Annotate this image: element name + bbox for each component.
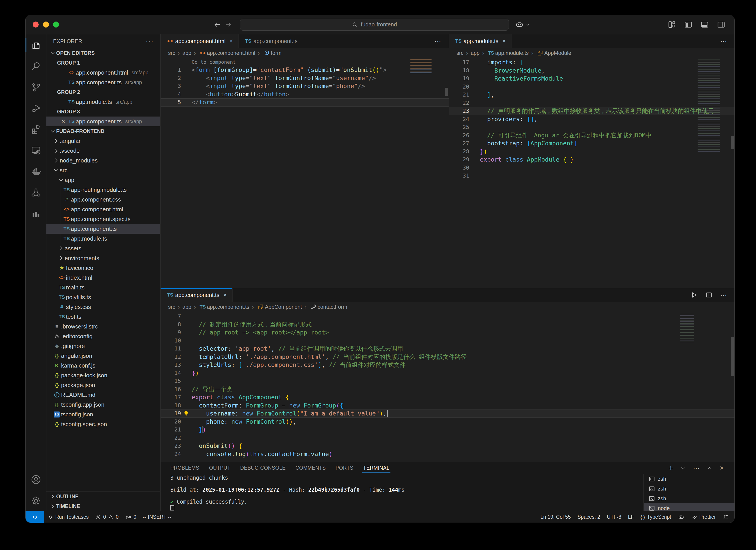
scrollbar[interactable] (445, 88, 448, 96)
activity-hub[interactable] (26, 182, 46, 203)
editor-more-actions[interactable]: ··· (720, 37, 727, 45)
breadcrumb-item-AppModule[interactable]: AppModule (536, 50, 571, 56)
outline-section[interactable]: OUTLINE (46, 492, 160, 501)
breadcrumb-item-app[interactable]: app (182, 304, 191, 310)
tree-item-karma.conf.js[interactable]: Kkarma.conf.js (46, 361, 160, 370)
panel-tab-output[interactable]: OUTPUT (204, 462, 235, 474)
terminal-session-zsh-1[interactable]: zsh (644, 484, 734, 494)
customize-layout-icon[interactable] (667, 20, 676, 29)
panel-tab-comments[interactable]: COMMENTS (290, 462, 331, 474)
tree-item-app[interactable]: app (46, 175, 160, 185)
codelens-link[interactable]: Go to component (161, 58, 449, 66)
close-tab-icon[interactable]: × (230, 38, 233, 45)
code-line-15[interactable]: 15 (161, 377, 734, 385)
tree-item-main.ts[interactable]: TSmain.ts (46, 282, 160, 292)
breadcrumb[interactable]: src›app›TSapp.module.ts›AppModule (449, 48, 734, 58)
code-line-11[interactable]: 11 selector: 'app-root', // 当前组件调用的时候你要以… (161, 345, 734, 353)
activity-settings[interactable] (26, 490, 46, 511)
terminal-session-zsh-0[interactable]: zsh (644, 474, 734, 484)
tree-item-README.md[interactable]: README.md (46, 390, 160, 400)
tree-item-app.component.spec.ts[interactable]: TSapp.component.spec.ts (46, 214, 160, 224)
code-line-3[interactable]: 3 <input type="text" formControlname="ph… (161, 82, 449, 90)
code-line-30[interactable]: 30 (449, 164, 734, 172)
eol-indicator[interactable]: LF (625, 511, 637, 523)
panel-tab-problems[interactable]: PROBLEMS (165, 462, 204, 474)
remote-indicator[interactable] (26, 511, 44, 523)
tree-item-app-routing.module.ts[interactable]: TSapp-routing.module.ts (46, 185, 160, 195)
activity-docker[interactable] (26, 161, 46, 182)
breadcrumb-item-src[interactable]: src (456, 50, 464, 56)
code-line-17[interactable]: 17 imports: [ (449, 58, 734, 67)
run-testcases-button[interactable]: Run Testcases (44, 511, 92, 523)
tree-item-node_modules[interactable]: node_modules (46, 156, 160, 165)
close-panel-icon[interactable]: × (720, 464, 724, 472)
split-editor-icon[interactable] (705, 291, 713, 299)
tree-item-package.json[interactable]: {}package.json (46, 380, 160, 390)
command-center-search[interactable]: fudao-frontend (240, 19, 509, 31)
sidebar-more-actions[interactable]: ··· (146, 38, 154, 45)
run-file-icon[interactable] (690, 291, 698, 299)
language-mode[interactable]: { } TypeScript (637, 511, 674, 523)
activity-search[interactable] (26, 56, 46, 77)
editor-more-actions[interactable]: ··· (720, 291, 727, 299)
activity-testing-chart[interactable] (26, 203, 46, 224)
copilot-menu[interactable] (515, 20, 530, 29)
notifications-bell[interactable] (719, 511, 734, 523)
code-line-28[interactable]: 28}) (449, 148, 734, 156)
tree-item-tsconfig.spec.json[interactable]: {}tsconfig.spec.json (46, 419, 160, 429)
activity-run-debug[interactable] (26, 98, 46, 119)
code-editor[interactable]: Go to component1<form [formGroup]="conta… (161, 58, 449, 288)
activity-accounts[interactable] (26, 469, 46, 490)
open-editor-item-app.component.html[interactable]: <>app.component.htmlsrc/app (46, 68, 160, 78)
code-line-31[interactable]: 31 (449, 172, 734, 180)
code-line-13[interactable]: 13 styleUrls: ['./app.component.css'], /… (161, 361, 734, 369)
breadcrumb-item-form[interactable]: form (263, 50, 282, 56)
breadcrumb-item-src[interactable]: src (168, 304, 175, 310)
panel-more-actions[interactable]: ··· (693, 464, 700, 472)
tab-app.component.html[interactable]: <>app.component.html× (161, 34, 239, 48)
code-line-23[interactable]: 23 // 声明服务的作用域，数组中接收服务类，表示该服务只能在当前模块的组件中… (449, 107, 734, 115)
close-icon[interactable]: × (59, 118, 67, 125)
code-line-22[interactable]: 22 (161, 434, 734, 442)
open-editor-item-app.component.ts[interactable]: TSapp.component.tssrc/app (46, 78, 160, 87)
breadcrumb-item-src[interactable]: src (168, 50, 175, 56)
code-line-24[interactable]: 24 providers: [], (449, 115, 734, 123)
code-line-1[interactable]: 1<form [formGroup]="contactForm" (submit… (161, 66, 449, 74)
minimize-window-button[interactable] (43, 22, 49, 28)
panel-tab-terminal[interactable]: TERMINAL (358, 462, 394, 474)
minimap[interactable] (680, 313, 695, 342)
code-line-26[interactable]: 26 // 可引导组件，Angular 会在引导过程中把它加载到DOM中 (449, 131, 734, 140)
terminal-profile-dropdown-icon[interactable] (680, 465, 686, 471)
code-line-20[interactable]: 20 (449, 83, 734, 91)
code-line-18[interactable]: 18 contactForm: FormGroup = new FormGrou… (161, 401, 734, 410)
tree-item-.angular[interactable]: .angular (46, 136, 160, 146)
tree-item-src[interactable]: src (46, 165, 160, 175)
formatter-status[interactable]: Prettier (688, 511, 719, 523)
panel-tab-debug-console[interactable]: DEBUG CONSOLE (235, 462, 291, 474)
tree-item-angular.json[interactable]: {}angular.json (46, 351, 160, 361)
code-line-10[interactable]: 10 (161, 337, 734, 345)
code-line-24[interactable]: 24 console.log(this.contactForm.value) (161, 450, 734, 458)
code-line-19[interactable]: 19 username: new FormControl("I am a def… (161, 409, 734, 418)
activity-explorer[interactable] (26, 34, 46, 56)
tree-item-index.html[interactable]: <>index.html (46, 273, 160, 282)
breadcrumb[interactable]: src›app›<>app.component.html›form (161, 48, 449, 58)
terminal-output[interactable]: 3 unchanged chunksBuild at: 2025-01-19T0… (161, 474, 643, 511)
terminal-session-zsh-2[interactable]: zsh (644, 494, 734, 503)
workspace-root[interactable]: FUDAO-FRONTEND (46, 126, 160, 136)
code-line-23[interactable]: 23 onSubmit() { (161, 442, 734, 450)
copilot-status[interactable] (674, 511, 688, 523)
scrollbar[interactable] (731, 136, 734, 149)
code-line-9[interactable]: 9 // app-root => <app-root></app-root> (161, 328, 734, 337)
tree-item-tsconfig.json[interactable]: TStsconfig.json (46, 409, 160, 419)
tree-item-.gitignore[interactable]: ◆.gitignore (46, 341, 160, 351)
editor-more-actions[interactable]: ··· (434, 37, 441, 45)
code-line-22[interactable]: 22 (449, 99, 734, 107)
activity-extensions[interactable] (26, 119, 46, 140)
lightbulb-icon[interactable] (183, 410, 189, 417)
close-window-button[interactable] (33, 22, 39, 28)
breadcrumb[interactable]: src›app›TSapp.component.ts›AppComponent›… (161, 301, 734, 312)
tree-item-.editorconfig[interactable]: .editorconfig (46, 331, 160, 341)
breadcrumb-item-app[interactable]: app (182, 50, 191, 56)
code-line-5[interactable]: 5</form> (161, 98, 449, 107)
